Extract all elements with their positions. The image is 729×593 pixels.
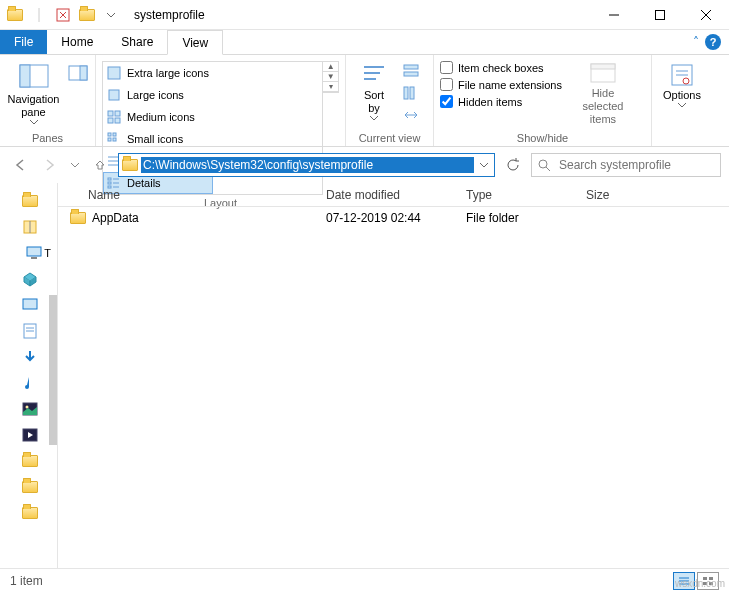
- svg-rect-21: [108, 178, 111, 180]
- tree-folder-icon[interactable]: [20, 451, 40, 471]
- svg-rect-14: [108, 133, 111, 136]
- column-size[interactable]: Size: [578, 188, 729, 202]
- column-name[interactable]: Name: [58, 188, 318, 202]
- item-modified: 07-12-2019 02:44: [318, 211, 458, 225]
- forward-button[interactable]: [38, 153, 62, 177]
- column-type[interactable]: Type: [458, 188, 578, 202]
- size-columns-button[interactable]: [400, 105, 422, 125]
- tree-zip-icon[interactable]: [20, 217, 40, 237]
- tree-pc-icon[interactable]: T: [20, 243, 57, 263]
- chevron-down-icon: [30, 119, 38, 125]
- tree-scrollbar[interactable]: [49, 295, 57, 445]
- tree-music-icon[interactable]: [20, 373, 40, 393]
- tab-view[interactable]: View: [167, 30, 223, 55]
- watermark: wsxdn.com: [675, 578, 725, 589]
- tree-folder-icon[interactable]: [20, 477, 40, 497]
- svg-rect-10: [108, 111, 113, 116]
- tree-folder-icon[interactable]: [20, 503, 40, 523]
- svg-rect-9: [109, 90, 119, 100]
- svg-rect-30: [404, 65, 418, 69]
- svg-rect-12: [108, 118, 113, 123]
- svg-rect-5: [20, 65, 30, 87]
- tab-file[interactable]: File: [0, 30, 47, 54]
- window-title: systemprofile: [126, 8, 205, 22]
- tree-documents-icon[interactable]: [20, 321, 40, 341]
- title-bar: systemprofile: [0, 0, 729, 30]
- svg-rect-7: [80, 66, 87, 80]
- group-by-button[interactable]: [400, 61, 422, 81]
- svg-rect-45: [27, 247, 41, 256]
- extra-large-icons-icon: [107, 66, 121, 80]
- column-headers[interactable]: Name Date modified Type Size: [58, 183, 729, 207]
- address-bar[interactable]: C:\Windows\System32\config\systemprofile: [118, 153, 495, 177]
- layout-extra-large[interactable]: Extra large icons: [103, 62, 213, 84]
- layout-small[interactable]: Small icons: [103, 128, 213, 150]
- group-label-panes: Panes: [6, 130, 89, 146]
- chevron-down-icon: [370, 115, 378, 121]
- hidden-items-toggle[interactable]: Hidden items: [440, 95, 562, 108]
- main-area: T Name Date modified Type Size AppData 0…: [0, 183, 729, 568]
- navigation-tree[interactable]: T: [0, 183, 58, 568]
- back-button[interactable]: [8, 153, 32, 177]
- preview-pane-button[interactable]: [67, 61, 89, 85]
- group-label-current-view: Current view: [352, 130, 427, 146]
- maximize-button[interactable]: [637, 0, 683, 30]
- address-folder-icon: [119, 159, 141, 171]
- svg-rect-15: [113, 133, 116, 136]
- collapse-ribbon-icon[interactable]: ˄: [693, 35, 699, 49]
- layout-large[interactable]: Large icons: [103, 84, 213, 106]
- qat-properties-icon[interactable]: [52, 4, 74, 26]
- navigation-pane-icon: [18, 61, 50, 93]
- up-button[interactable]: [88, 153, 112, 177]
- svg-rect-16: [108, 138, 111, 141]
- minimize-button[interactable]: [591, 0, 637, 30]
- item-check-boxes-toggle[interactable]: Item check boxes: [440, 61, 562, 74]
- table-row[interactable]: AppData 07-12-2019 02:44 File folder: [58, 207, 729, 229]
- tree-3d-icon[interactable]: [20, 269, 40, 289]
- item-count: 1 item: [10, 574, 43, 588]
- status-bar: 1 item: [0, 568, 729, 592]
- svg-rect-33: [410, 87, 414, 99]
- tab-share[interactable]: Share: [107, 30, 167, 54]
- item-name: AppData: [92, 211, 139, 225]
- svg-rect-32: [404, 87, 408, 99]
- ribbon-tabs: File Home Share View ˄ ?: [0, 30, 729, 55]
- svg-rect-36: [591, 64, 615, 69]
- tree-pictures-icon[interactable]: [20, 399, 40, 419]
- search-input[interactable]: [557, 157, 714, 173]
- layout-gallery-scroll[interactable]: ▲▼▾: [323, 61, 339, 93]
- item-type: File folder: [458, 211, 578, 225]
- qat-new-folder-icon[interactable]: [76, 4, 98, 26]
- search-box[interactable]: [531, 153, 721, 177]
- refresh-button[interactable]: [501, 153, 525, 177]
- sort-by-button[interactable]: Sort by: [352, 61, 396, 121]
- hide-selected-button[interactable]: Hide selected items: [572, 61, 634, 127]
- navigation-pane-button[interactable]: Navigation pane: [6, 61, 61, 125]
- qat-divider: [28, 4, 50, 26]
- qat-folder-icon[interactable]: [4, 4, 26, 26]
- add-columns-button[interactable]: [400, 83, 422, 103]
- large-icons-icon: [107, 88, 121, 102]
- address-dropdown[interactable]: [474, 161, 494, 169]
- svg-rect-47: [23, 299, 37, 309]
- tree-videos-icon[interactable]: [20, 425, 40, 445]
- sort-icon: [360, 61, 388, 89]
- recent-locations-button[interactable]: [68, 153, 82, 177]
- options-icon: [668, 61, 696, 89]
- column-modified[interactable]: Date modified: [318, 188, 458, 202]
- layout-medium[interactable]: Medium icons: [103, 106, 213, 128]
- qat-dropdown-icon[interactable]: [100, 4, 122, 26]
- tree-desktop-icon[interactable]: [20, 295, 40, 315]
- tree-downloads-icon[interactable]: [20, 347, 40, 367]
- close-button[interactable]: [683, 0, 729, 30]
- tab-home[interactable]: Home: [47, 30, 107, 54]
- address-path[interactable]: C:\Windows\System32\config\systemprofile: [141, 157, 474, 173]
- tree-folder-icon[interactable]: [20, 191, 40, 211]
- help-icon[interactable]: ?: [705, 34, 721, 50]
- svg-point-41: [539, 160, 547, 168]
- ribbon: Navigation pane Panes Extra large icons …: [0, 55, 729, 147]
- file-extensions-toggle[interactable]: File name extensions: [440, 78, 562, 91]
- chevron-down-icon: [678, 102, 686, 108]
- hide-items-icon: [588, 61, 618, 87]
- options-button[interactable]: Options: [658, 61, 706, 108]
